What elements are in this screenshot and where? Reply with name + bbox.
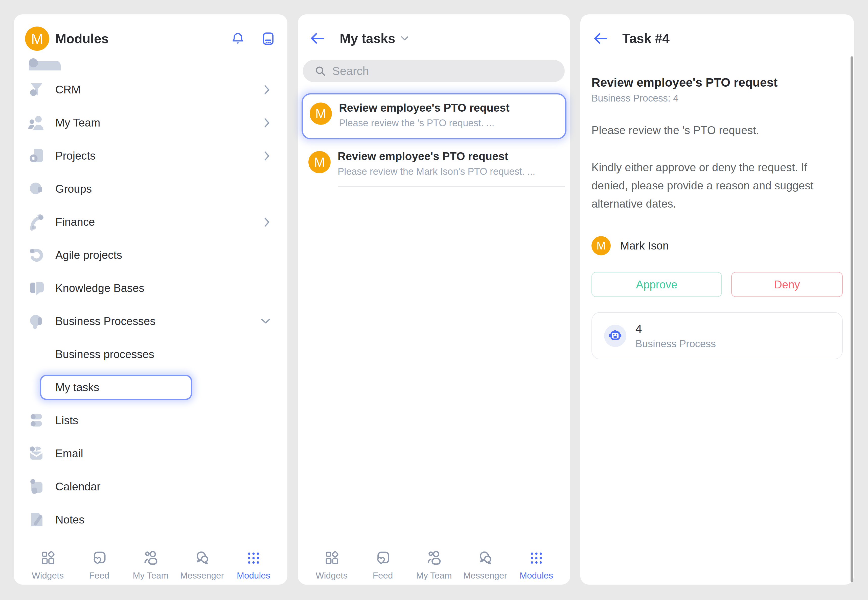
search-icon xyxy=(315,65,326,77)
sidebar-item-calendar[interactable]: Calendar xyxy=(14,470,287,503)
sidebar-item-label: Calendar xyxy=(55,480,100,493)
sidebar-item-label: Agile projects xyxy=(55,249,122,261)
nav-label: My Team xyxy=(133,570,168,580)
nav-modules[interactable]: Modules xyxy=(231,550,276,580)
crm-icon xyxy=(28,80,46,99)
nav-my-team[interactable]: My Team xyxy=(128,550,173,580)
sidebar-item-business-processes-sub[interactable]: Business processes xyxy=(14,338,287,371)
scrolled-item-partial-icon xyxy=(28,57,287,70)
nav-label: Messenger xyxy=(463,570,507,580)
modules-header: M Modules xyxy=(14,14,287,54)
nav-label: Modules xyxy=(520,570,553,580)
task-detail-body: Review employee's PTO request Business P… xyxy=(580,76,854,359)
sidebar-item-finance[interactable]: Finance xyxy=(14,205,287,238)
feed-icon xyxy=(91,550,108,567)
robot-icon-badge xyxy=(604,325,626,347)
my-tasks-panel: My tasks M Review employee's PTO request… xyxy=(298,14,570,585)
groups-icon xyxy=(28,180,46,198)
page-title: Modules xyxy=(55,31,109,46)
bottom-nav: Widgets Feed My Team Messenger Modules xyxy=(14,550,287,580)
task-subtitle: Please review the Mark Ison's PTO reques… xyxy=(338,166,535,177)
deny-button[interactable]: Deny xyxy=(731,272,843,297)
email-icon xyxy=(28,444,46,463)
calendar-icon xyxy=(28,477,46,496)
process-label: Business Process xyxy=(635,338,716,350)
sidebar-item-label: Projects xyxy=(55,150,96,162)
messenger-icon xyxy=(194,550,211,567)
action-buttons: Approve Deny xyxy=(591,272,843,297)
nav-feed[interactable]: Feed xyxy=(360,550,406,580)
sidebar-item-my-team[interactable]: My Team xyxy=(14,106,287,139)
sidebar-item-email[interactable]: Email xyxy=(14,437,287,470)
sidebar-item-label: Notes xyxy=(55,514,84,526)
task-title: Review employee's PTO request xyxy=(339,102,509,114)
sidebar-item-label: CRM xyxy=(55,83,81,96)
my-team-icon xyxy=(28,114,46,132)
nav-feed[interactable]: Feed xyxy=(77,550,122,580)
back-arrow-icon[interactable] xyxy=(593,33,607,44)
nav-label: Modules xyxy=(237,570,270,580)
projects-icon xyxy=(28,147,46,165)
feed-icon xyxy=(375,550,391,567)
nav-label: Feed xyxy=(89,570,109,580)
knowledge-bases-icon xyxy=(28,279,46,297)
nav-messenger[interactable]: Messenger xyxy=(462,550,508,580)
sidebar-item-business-processes[interactable]: Business Processes xyxy=(14,305,287,338)
finance-icon xyxy=(28,213,46,231)
approve-button[interactable]: Approve xyxy=(591,272,722,297)
modules-grid-icon xyxy=(245,550,262,567)
sidebar-item-label: Finance xyxy=(55,216,95,228)
nav-messenger[interactable]: Messenger xyxy=(179,550,225,580)
nav-widgets[interactable]: Widgets xyxy=(309,550,354,580)
task-title: Review employee's PTO request xyxy=(338,150,535,163)
process-text: 4 Business Process xyxy=(635,322,716,350)
task-heading: Review employee's PTO request xyxy=(591,76,843,89)
business-process-card[interactable]: 4 Business Process xyxy=(591,312,843,359)
chevron-down-icon[interactable] xyxy=(400,35,409,42)
sidebar-item-label: Lists xyxy=(55,414,78,427)
nav-widgets[interactable]: Widgets xyxy=(25,550,70,580)
avatar: M xyxy=(310,103,332,125)
task-list-item[interactable]: M Review employee's PTO request Please r… xyxy=(301,93,567,139)
notifications-bell-icon[interactable] xyxy=(231,32,245,46)
avatar[interactable]: M xyxy=(25,27,49,51)
sidebar-item-agile-projects[interactable]: Agile projects xyxy=(14,238,287,271)
bottom-nav: Widgets Feed My Team Messenger Modules xyxy=(298,550,570,580)
my-tasks-focused-item[interactable]: My tasks xyxy=(40,375,192,400)
messenger-icon xyxy=(477,550,494,567)
task-header: Task #4 xyxy=(580,14,854,52)
sidebar-item-notes[interactable]: Notes xyxy=(14,503,287,536)
sidebar-item-projects[interactable]: Projects xyxy=(14,139,287,172)
sidebar-item-groups[interactable]: Groups xyxy=(14,172,287,205)
sidebar-item-label: My Team xyxy=(55,117,100,129)
search-bar[interactable] xyxy=(303,60,565,82)
avatar: M xyxy=(309,151,331,173)
device-dock-icon[interactable] xyxy=(261,32,275,46)
sidebar-item-my-tasks[interactable]: My tasks xyxy=(14,371,287,404)
chevron-right-icon xyxy=(263,84,271,95)
divider xyxy=(338,186,565,186)
sidebar-item-label: Business processes xyxy=(55,348,154,361)
sidebar-item-label: Knowledge Bases xyxy=(55,282,144,294)
back-arrow-icon[interactable] xyxy=(310,33,324,44)
nav-label: Feed xyxy=(373,570,393,580)
nav-modules[interactable]: Modules xyxy=(514,550,559,580)
business-processes-icon xyxy=(28,312,46,330)
assignee-row[interactable]: M Mark Ison xyxy=(591,236,843,255)
search-input[interactable] xyxy=(332,64,540,78)
sidebar-item-knowledge-bases[interactable]: Knowledge Bases xyxy=(14,271,287,305)
task-text: Review employee's PTO request Please rev… xyxy=(339,101,509,129)
sidebar-item-lists[interactable]: Lists xyxy=(14,404,287,437)
chevron-right-icon xyxy=(263,217,271,227)
page-title: Task #4 xyxy=(622,31,670,46)
nav-my-team[interactable]: My Team xyxy=(411,550,457,580)
avatar: M xyxy=(591,236,611,255)
vertical-scrollbar[interactable] xyxy=(851,56,853,582)
task-description-paragraph: Kindly either approve or deny the reques… xyxy=(591,158,829,213)
sidebar-item-crm[interactable]: CRM xyxy=(14,73,287,106)
nav-label: My Team xyxy=(416,570,452,580)
sidebar-item-label: My tasks xyxy=(55,381,99,394)
task-detail-panel: Task #4 Review employee's PTO request Bu… xyxy=(580,14,854,585)
chevron-down-icon xyxy=(260,317,271,326)
task-list-item[interactable]: M Review employee's PTO request Please r… xyxy=(301,143,567,186)
